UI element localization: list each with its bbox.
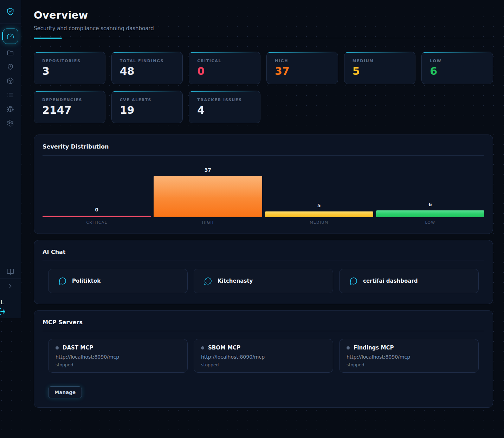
server-name: DAST MCP [63,345,93,351]
page-title: Overview [34,9,493,21]
shield-check-icon [6,7,15,17]
stat-label: LOW [430,59,485,63]
chat-cards-row: Politiktok Kitchenasty certifai dashboar… [48,269,479,293]
bug-icon [7,105,14,113]
bar-category-label: LOW [425,220,435,225]
mcp-servers-panel: MCP Servers DAST MCP http://localhost:80… [34,310,493,408]
chat-card-politiktok[interactable]: Politiktok [48,269,188,293]
sidebar-item-security[interactable] [0,60,21,74]
panel-divider [43,331,484,331]
server-status-dot [56,346,59,349]
logout-button[interactable] [0,307,6,316]
header-divider [34,38,493,38]
bar-value: 0 [95,207,98,213]
stat-value: 6 [430,65,485,77]
chat-bubble-icon [204,277,212,285]
sidebar-item-dashboard[interactable] [0,28,21,45]
bar-medium [265,211,373,217]
stat-value: 0 [197,65,252,77]
stat-value: 37 [275,65,330,77]
sidebar-item-repositories[interactable] [0,46,21,60]
stat-label: TRACKER ISSUES [197,98,252,102]
server-card-dast-mcp: DAST MCP http://localhost:8090/mcp stopp… [48,339,188,373]
chat-card-kitchenasty[interactable]: Kitchenasty [194,269,333,293]
page-subtitle: Security and compliance scanning dashboa… [34,25,493,32]
panel-title: MCP Servers [43,319,484,326]
stat-value: 19 [120,104,175,116]
stat-card-tracker-issues: TRACKER ISSUES 4 [189,91,260,123]
server-url: http://localhost:8090/mcp [347,354,471,360]
bar-column-high: 37 HIGH [154,167,262,225]
bar-category-label: MEDIUM [310,220,328,225]
logout-icon [0,307,6,316]
active-pill [3,28,18,44]
chat-label: Politiktok [72,278,101,284]
severity-bar-chart: 0 CRITICAL 37 HIGH 5 MEDIUM 6 LO [43,163,484,225]
sidebar-item-bugs[interactable] [0,102,21,116]
bar-category-label: HIGH [202,220,214,225]
folder-icon [7,49,14,57]
chat-label: Kitchenasty [218,278,253,284]
server-name: Findings MCP [354,345,394,351]
chevron-right-icon [7,282,14,290]
sidebar-item-findings-list[interactable] [0,88,21,102]
bar-high [154,176,262,217]
server-name: SBOM MCP [208,345,240,351]
chat-card-certifai-dashboard[interactable]: certifai dashboard [339,269,479,293]
server-cards-row: DAST MCP http://localhost:8090/mcp stopp… [48,339,479,373]
stats-grid: REPOSITORIES 3 TOTAL FINDINGS 48 CRITICA… [34,52,493,123]
stat-value: 2147 [42,104,97,116]
server-card-findings-mcp: Findings MCP http://localhost:8090/mcp s… [339,339,479,373]
bar-column-low: 6 LOW [376,202,484,225]
ai-chat-panel: AI Chat Politiktok Kitchenasty certifai … [34,240,493,304]
user-initial-label: L [1,299,4,306]
server-status-dot [201,346,204,349]
bar-column-medium: 5 MEDIUM [265,203,373,225]
active-indicator [2,32,3,40]
bar-category-label: CRITICAL [86,220,107,225]
page-header: Overview Security and compliance scannin… [34,9,493,39]
chat-label: certifai dashboard [363,278,418,284]
server-head: Findings MCP [347,345,471,351]
header-accent-bar [34,38,62,39]
stat-label: DEPENDENCIES [42,98,97,102]
stat-card-dependencies: DEPENDENCIES 2147 [34,91,105,123]
package-icon [7,77,14,85]
chat-bubble-icon [58,277,67,285]
sidebar-item-settings[interactable] [0,116,21,130]
server-url: http://localhost:8090/mcp [56,354,180,360]
stat-label: CRITICAL [197,59,252,63]
panel-title: Severity Distribution [43,143,484,150]
manage-button[interactable]: Manage [48,386,82,398]
sidebar: L [0,0,21,318]
server-card-sbom-mcp: SBOM MCP http://localhost:8090/mcp stopp… [194,339,333,373]
server-status-dot [347,346,350,349]
app-logo [0,0,21,24]
bar-value: 37 [205,167,211,173]
title-underline [34,38,493,39]
sidebar-bottom: L [0,293,21,318]
stat-card-low: LOW 6 [421,52,493,84]
stat-label: HIGH [275,59,330,63]
server-head: DAST MCP [56,345,180,351]
stat-value: 3 [42,65,97,77]
sidebar-item-packages[interactable] [0,74,21,88]
bar-value: 5 [317,203,321,208]
sidebar-collapse-toggle[interactable] [0,279,21,293]
stat-card-critical: CRITICAL 0 [189,52,260,84]
stat-card-total-findings: TOTAL FINDINGS 48 [111,52,183,84]
sidebar-nav [0,24,21,130]
server-status: stopped [201,362,326,367]
main-content: Overview Security and compliance scannin… [0,0,504,438]
stat-card-cve-alerts: CVE ALERTS 19 [111,91,183,123]
sidebar-item-docs[interactable] [0,264,21,279]
bar-column-critical: 0 CRITICAL [43,207,151,225]
shield-alert-icon [7,63,14,71]
gauge-icon [7,33,14,40]
bar-critical [43,216,151,217]
stat-value: 48 [120,65,175,77]
panel-divider [43,155,484,156]
list-icon [7,91,14,99]
stat-label: TOTAL FINDINGS [120,59,175,63]
stat-label: CVE ALERTS [120,98,175,102]
